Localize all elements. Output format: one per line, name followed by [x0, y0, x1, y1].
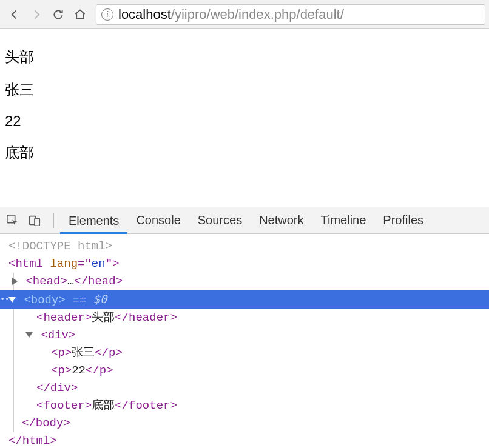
page-age-text: 22 [5, 113, 484, 130]
page-header-text: 头部 [5, 47, 484, 67]
dom-header[interactable]: <header>头部</header> [0, 309, 489, 327]
svg-rect-2 [35, 218, 39, 226]
back-button[interactable] [4, 4, 25, 25]
collapse-icon[interactable] [8, 297, 16, 303]
url-bar[interactable]: i localhost/yiipro/web/index.php/default… [96, 4, 485, 25]
dom-div-open[interactable]: <div> [0, 327, 489, 344]
tab-network[interactable]: Network [251, 207, 312, 234]
tab-timeline[interactable]: Timeline [312, 207, 375, 234]
tab-console[interactable]: Console [127, 207, 189, 234]
page-content: 头部 张三 22 底部 [0, 29, 489, 186]
dom-html-open[interactable]: <html lang="en"> [0, 255, 489, 273]
home-button[interactable] [69, 4, 91, 25]
forward-button[interactable] [25, 4, 47, 25]
inspect-icon[interactable] [4, 212, 22, 230]
tab-sources[interactable]: Sources [189, 207, 251, 234]
dom-head[interactable]: <head>…</head> [0, 273, 489, 290]
tab-profiles[interactable]: Profiles [374, 207, 432, 234]
dom-div-close[interactable]: </div> [0, 379, 489, 397]
browser-toolbar: i localhost/yiipro/web/index.php/default… [0, 0, 489, 29]
dom-tree[interactable]: <!DOCTYPE html> <html lang="en"> <head>…… [0, 234, 489, 448]
expand-icon[interactable] [12, 278, 18, 285]
devtools-panel: Elements Console Sources Network Timelin… [0, 207, 489, 448]
dom-p2[interactable]: <p>22</p> [0, 362, 489, 379]
info-icon[interactable]: i [101, 8, 113, 21]
dom-footer[interactable]: <footer>底部</footer> [0, 397, 489, 415]
dom-body-open[interactable]: •• <body> == $0 [0, 290, 489, 309]
device-icon[interactable] [25, 212, 44, 230]
dom-body-close[interactable]: </body> [0, 415, 489, 432]
page-name-text: 张三 [5, 80, 484, 99]
url-host: localhost [118, 7, 171, 22]
reload-button[interactable] [47, 4, 69, 25]
dom-p1[interactable]: <p>张三</p> [0, 344, 489, 362]
page-footer-text: 底部 [5, 143, 484, 162]
tab-separator [53, 213, 54, 228]
dom-html-close[interactable]: </html> [0, 432, 489, 448]
url-path: /yiipro/web/index.php/default/ [171, 7, 344, 22]
tab-elements[interactable]: Elements [60, 207, 127, 234]
collapse-icon[interactable] [25, 332, 33, 338]
dom-doctype[interactable]: <!DOCTYPE html> [0, 238, 489, 255]
devtools-tabbar: Elements Console Sources Network Timelin… [0, 207, 489, 234]
